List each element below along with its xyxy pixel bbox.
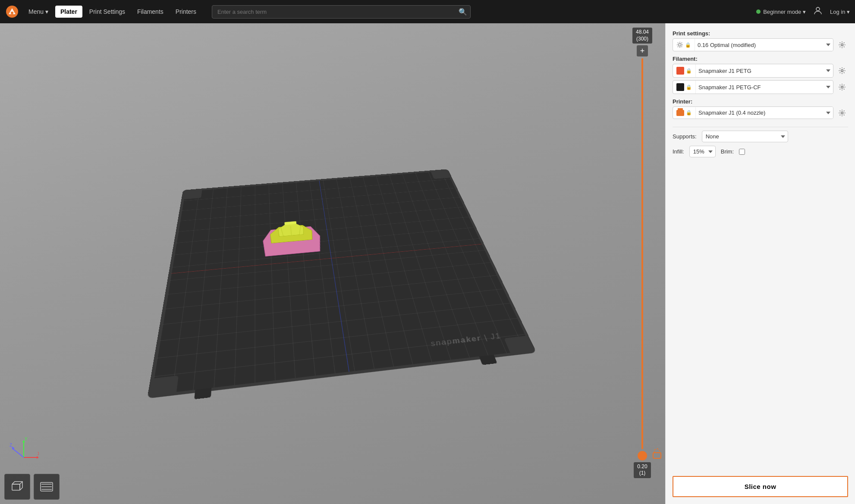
viewport-right-icons bbox=[652, 448, 662, 478]
svg-line-16 bbox=[13, 449, 24, 457]
svg-point-1 bbox=[11, 12, 13, 14]
slider-increment-button[interactable]: + bbox=[637, 45, 648, 56]
printer-select-wrapper: 🔒 Snapmaker J1 (0.4 nozzle) bbox=[673, 106, 833, 119]
print-settings-row: 🔒 0.16 Optimal (modified) bbox=[673, 38, 848, 51]
lock-icon-printer: 🔒 bbox=[686, 110, 692, 116]
plater-button[interactable]: Plater bbox=[55, 6, 82, 18]
status-dot bbox=[756, 9, 761, 14]
bed-3d: snapmaker | J1 bbox=[171, 130, 494, 380]
user-icon bbox=[813, 6, 823, 16]
print-settings-label: Print settings: bbox=[673, 30, 848, 37]
mode-button[interactable]: Beginner mode ▾ bbox=[763, 9, 806, 15]
print-settings-button[interactable]: Print Settings bbox=[84, 6, 130, 18]
printers-button[interactable]: Printers bbox=[170, 6, 201, 18]
filament1-color bbox=[676, 67, 684, 75]
filament1-select[interactable]: Snapmaker J1 PETG bbox=[696, 65, 833, 77]
viewport-bottom-icons bbox=[4, 474, 60, 500]
divider bbox=[673, 127, 848, 127]
printer-label: Printer: bbox=[673, 98, 848, 105]
3d-model bbox=[259, 218, 327, 264]
svg-marker-11 bbox=[37, 456, 39, 459]
filament1-row: 🔒 Snapmaker J1 PETG bbox=[673, 64, 848, 78]
topnav: Menu ▾ Plater Print Settings Filaments P… bbox=[0, 0, 855, 23]
layers-view-button[interactable] bbox=[34, 474, 60, 500]
filament2-icon: 🔒 bbox=[673, 81, 696, 94]
svg-text:Y: Y bbox=[25, 437, 28, 441]
print-settings-select-wrapper: 🔒 0.16 Optimal (modified) bbox=[673, 38, 833, 51]
search-input[interactable] bbox=[212, 5, 471, 19]
svg-point-2 bbox=[816, 7, 820, 11]
printer-section: Printer: 🔒 Snapmaker J1 (0.4 nozzle) bbox=[673, 98, 848, 119]
svg-point-33 bbox=[841, 112, 843, 114]
filament-section: Filament: 🔒 Snapmaker J1 PETG bbox=[673, 56, 848, 94]
filament-label: Filament: bbox=[673, 56, 848, 62]
slider-top-label: 48.04 (300) bbox=[632, 28, 652, 44]
viewport[interactable]: snapmaker | J1 bbox=[0, 23, 665, 504]
svg-rect-19 bbox=[12, 484, 20, 490]
supports-label: Supports: bbox=[673, 133, 697, 140]
svg-rect-27 bbox=[653, 453, 661, 458]
svg-point-28 bbox=[656, 470, 658, 473]
main-layout: snapmaker | J1 bbox=[0, 23, 855, 504]
filament1-select-wrapper: 🔒 Snapmaker J1 PETG bbox=[673, 64, 833, 78]
logo-icon bbox=[5, 5, 19, 19]
menu-button[interactable]: Menu ▾ bbox=[23, 6, 53, 18]
filament2-select[interactable]: Snapmaker J1 PETG-CF bbox=[696, 81, 833, 93]
filament2-select-wrapper: 🔒 Snapmaker J1 PETG-CF bbox=[673, 80, 833, 94]
axis-indicator: X Y Z bbox=[9, 434, 39, 465]
filament1-gear-button[interactable] bbox=[836, 65, 848, 77]
print-settings-section: Print settings: 🔒 0.16 Optimal (modified… bbox=[673, 30, 848, 51]
infill-label: Infill: bbox=[673, 148, 684, 155]
login-button[interactable]: Log in ▾ bbox=[830, 9, 850, 15]
right-panel: Print settings: 🔒 0.16 Optimal (modified… bbox=[665, 23, 855, 504]
mode-indicator: Beginner mode ▾ bbox=[756, 9, 806, 15]
user-icon-button[interactable] bbox=[813, 6, 823, 18]
filament2-gear-button[interactable] bbox=[836, 81, 848, 93]
3d-view-button[interactable] bbox=[4, 474, 30, 500]
supports-row: Supports: None bbox=[673, 131, 848, 142]
slider-bottom-label: 0.20 (1) bbox=[634, 462, 651, 478]
lock-icon-fil1: 🔒 bbox=[686, 68, 692, 74]
vertical-slider: 48.04 (300) + 0.20 (1) bbox=[632, 28, 652, 478]
svg-point-32 bbox=[841, 86, 843, 88]
print-settings-icon: 🔒 bbox=[673, 39, 695, 51]
infill-select[interactable]: 15% bbox=[689, 146, 716, 157]
lock-icon-fil2: 🔒 bbox=[686, 85, 692, 90]
svg-text:Z: Z bbox=[9, 443, 12, 448]
svg-line-20 bbox=[20, 482, 22, 484]
printer-icon: 🔒 bbox=[673, 107, 696, 119]
search-container: 🔍 bbox=[212, 5, 471, 19]
supports-select[interactable]: None bbox=[702, 131, 788, 142]
print-settings-gear-button[interactable] bbox=[836, 39, 848, 51]
svg-text:X: X bbox=[38, 451, 39, 456]
lock-toggle-button[interactable] bbox=[652, 448, 662, 461]
printer-color-icon bbox=[676, 110, 684, 116]
filaments-button[interactable]: Filaments bbox=[132, 6, 169, 18]
filament2-row: 🔒 Snapmaker J1 PETG-CF bbox=[673, 80, 848, 94]
filament2-color bbox=[676, 83, 684, 91]
lock-icon-print: 🔒 bbox=[685, 42, 691, 48]
svg-point-30 bbox=[841, 44, 843, 46]
svg-point-31 bbox=[841, 70, 843, 72]
printer-gear-button[interactable] bbox=[836, 107, 848, 119]
printer-row: 🔒 Snapmaker J1 (0.4 nozzle) bbox=[673, 106, 848, 119]
bed-container: snapmaker | J1 bbox=[26, 49, 639, 461]
brim-label: Brim: bbox=[721, 148, 734, 155]
brim-checkbox[interactable] bbox=[739, 149, 745, 155]
topnav-right: Beginner mode ▾ Log in ▾ bbox=[756, 6, 850, 18]
slice-btn-container: Slice now bbox=[673, 476, 848, 497]
svg-point-29 bbox=[679, 44, 681, 46]
slice-now-button[interactable]: Slice now bbox=[673, 476, 848, 497]
printer-select[interactable]: Snapmaker J1 (0.4 nozzle) bbox=[696, 107, 833, 119]
infill-brim-row: Infill: 15% Brim: bbox=[673, 146, 848, 157]
slider-track[interactable] bbox=[641, 58, 643, 449]
settings-icon-button[interactable] bbox=[652, 466, 662, 478]
filament1-icon: 🔒 bbox=[673, 64, 696, 77]
search-icon-button[interactable]: 🔍 bbox=[459, 8, 467, 16]
print-settings-select[interactable]: 0.16 Optimal (modified) bbox=[695, 39, 833, 51]
slider-handle[interactable] bbox=[638, 451, 647, 460]
